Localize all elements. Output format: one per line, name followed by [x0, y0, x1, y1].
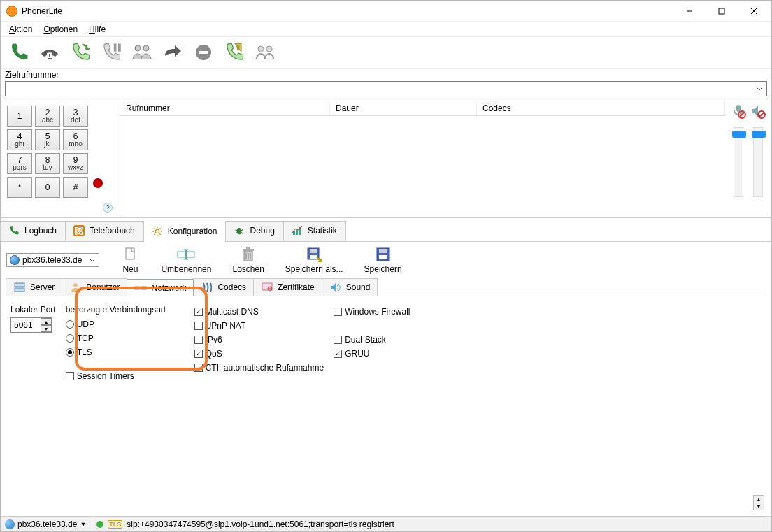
- subtab-server[interactable]: Server: [6, 278, 62, 296]
- key-4[interactable]: 4ghi: [7, 129, 32, 150]
- svg-rect-50: [135, 287, 140, 289]
- mic-volume-slider[interactable]: [734, 127, 743, 197]
- check-dualstack[interactable]: Dual-Stack: [334, 333, 410, 347]
- chevron-down-icon[interactable]: [754, 83, 765, 94]
- key-0[interactable]: 0: [35, 177, 60, 198]
- dial-label: Zielrufnummer: [5, 70, 767, 80]
- chart-icon: [291, 224, 303, 237]
- phone-log-icon: [8, 224, 20, 237]
- menu-optionen[interactable]: Optionen: [38, 23, 83, 36]
- col-rufnummer[interactable]: Rufnummer: [120, 102, 330, 115]
- col-dauer[interactable]: Dauer: [330, 102, 477, 115]
- key-9[interactable]: 9wxyz: [63, 153, 88, 174]
- mute-mic-icon[interactable]: [731, 103, 746, 119]
- check-session-timers[interactable]: Session Timers: [66, 369, 185, 383]
- minimize-button[interactable]: [673, 1, 706, 22]
- key-2[interactable]: 2abc: [35, 106, 60, 127]
- svg-rect-47: [15, 283, 24, 287]
- local-port-input[interactable]: 5061 ▲ ▼: [10, 317, 52, 333]
- label: Codecs: [217, 282, 246, 292]
- key-3[interactable]: 3def: [63, 106, 88, 127]
- check-upnp[interactable]: UPnP NAT: [194, 319, 324, 333]
- col-codecs[interactable]: Codecs: [477, 102, 725, 115]
- subtab-codecs[interactable]: Codecs: [193, 278, 254, 296]
- svg-point-21: [155, 229, 159, 233]
- subtab-zertifikate[interactable]: Zertifikate: [253, 278, 322, 296]
- radio-tcp[interactable]: TCP: [66, 331, 185, 345]
- radio-tls[interactable]: TLS: [66, 345, 185, 359]
- key-1[interactable]: 1: [7, 106, 32, 127]
- tab-logbuch[interactable]: Logbuch: [0, 221, 66, 241]
- call-waiting-icon[interactable]: [220, 40, 248, 65]
- subtab-benutzer[interactable]: Benutzer: [62, 278, 127, 296]
- key-7[interactable]: 7pqrs: [7, 153, 32, 174]
- delete-button[interactable]: Löschen: [232, 246, 264, 274]
- dnd-icon[interactable]: [190, 40, 217, 65]
- svg-point-12: [266, 46, 272, 52]
- tab-telefonbuch[interactable]: @ Telefonbuch: [65, 221, 144, 241]
- label: Umbenennen: [161, 264, 211, 274]
- label: Neu: [122, 264, 138, 274]
- key-8[interactable]: 8tuv: [35, 153, 60, 174]
- radio-udp[interactable]: UDP: [66, 317, 185, 331]
- gear-icon: [151, 225, 164, 238]
- new-file-icon: [120, 246, 140, 263]
- new-profile-button[interactable]: Neu: [120, 246, 140, 274]
- tab-statistik[interactable]: Statistik: [283, 221, 346, 241]
- svg-point-7: [143, 45, 149, 51]
- svg-rect-13: [736, 105, 741, 112]
- redial-icon[interactable]: [66, 40, 94, 65]
- maximize-button[interactable]: [706, 1, 738, 22]
- chevron-down-icon[interactable]: ▼: [80, 521, 86, 528]
- hold-icon[interactable]: [97, 40, 125, 65]
- label: Netzwerk: [151, 283, 186, 293]
- svg-rect-45: [379, 249, 387, 253]
- rename-button[interactable]: Umbenennen: [161, 246, 211, 274]
- key-star[interactable]: *: [7, 177, 32, 198]
- save-button[interactable]: Speichern: [364, 246, 402, 274]
- close-button[interactable]: [738, 1, 770, 22]
- menu-hilfe[interactable]: Hilfe: [83, 23, 111, 36]
- mute-speaker-icon[interactable]: [750, 103, 766, 119]
- svg-point-6: [135, 45, 141, 51]
- key-5[interactable]: 5jkl: [35, 129, 60, 150]
- save-as-button[interactable]: Speichern als...: [285, 246, 343, 274]
- hangup-icon[interactable]: [36, 40, 64, 65]
- tab-konfiguration[interactable]: Konfiguration: [143, 222, 227, 242]
- conn-type-heading: bevorzugte Verbindungsart: [66, 305, 185, 315]
- profile-select[interactable]: pbx36.tele33.de: [6, 253, 99, 267]
- key-hash[interactable]: #: [63, 177, 88, 198]
- label: Benutzer: [86, 282, 120, 292]
- conference-icon[interactable]: [128, 40, 156, 65]
- spin-up[interactable]: ▲: [41, 318, 52, 325]
- check-cti[interactable]: CTI: automatische Rufannahme: [194, 361, 324, 375]
- subtab-sound[interactable]: Sound: [322, 278, 378, 296]
- check-ipv6[interactable]: IPv6: [194, 333, 324, 347]
- check-windows-firewall[interactable]: Windows Firewall: [334, 305, 410, 319]
- globe-icon: [5, 519, 15, 529]
- key-6[interactable]: 6mno: [63, 129, 88, 150]
- info-icon[interactable]: ?: [103, 203, 113, 213]
- record-icon[interactable]: [93, 178, 103, 188]
- network-icon: [134, 282, 147, 294]
- tab-debug[interactable]: Debug: [225, 221, 283, 241]
- profile-name: pbx36.tele33.de: [22, 255, 82, 265]
- check-qos[interactable]: QoS: [194, 347, 324, 361]
- label: Zertifikate: [278, 282, 315, 292]
- svg-rect-4: [114, 44, 117, 52]
- contacts-icon[interactable]: [251, 40, 279, 65]
- speaker-volume-slider[interactable]: [753, 127, 763, 197]
- profile-spinner[interactable]: ▲▼: [753, 495, 764, 510]
- transfer-icon[interactable]: [159, 40, 187, 65]
- check-multicast[interactable]: Multicast DNS: [194, 305, 324, 319]
- dial-icon[interactable]: [5, 40, 33, 65]
- subtab-netzwerk[interactable]: Netzwerk: [127, 279, 194, 296]
- server-icon: [13, 281, 26, 294]
- menu-aktion[interactable]: Aktion: [3, 23, 38, 36]
- check-gruu[interactable]: GRUU: [334, 347, 410, 361]
- dial-number-input[interactable]: [5, 81, 767, 96]
- spin-down[interactable]: ▼: [41, 325, 52, 332]
- user-icon: [69, 281, 82, 294]
- tls-badge: TLS: [108, 520, 122, 529]
- svg-rect-42: [310, 249, 317, 253]
